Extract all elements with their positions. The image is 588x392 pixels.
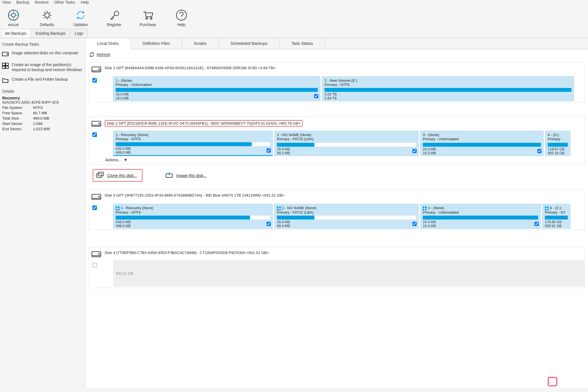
disk-header: Disk 2 GPT [D321B3C8-400E-11EE-9CAC-047C… (89, 118, 584, 130)
toolbar-help[interactable]: Help (170, 9, 193, 27)
disk-title-highlight: Disk 2 GPT [D321B3C8-400E-11EE-9CAC-047C… (105, 120, 303, 127)
clone-disk-action[interactable]: Clone this disk... (93, 169, 143, 182)
refresh-row: Refresh (85, 49, 588, 60)
disk-checkbox[interactable] (92, 78, 97, 101)
partition[interactable]: 2 - New Volume (E:) Primary - NTFS 3.02 … (322, 76, 574, 101)
partition-name: 3 - (None) (423, 206, 538, 210)
partition-checkbox[interactable] (412, 222, 417, 227)
partition-used: 436.0 MB (116, 220, 270, 224)
partition[interactable]: 3 - (None) Primary - Unformatted 16.0 MB… (420, 204, 541, 229)
partition-bar (423, 216, 538, 220)
toolbar-register-label: Register (107, 22, 122, 27)
tab-scripts[interactable]: Scripts (182, 38, 219, 49)
partition[interactable]: 4 - (D:) Primary - 119.97 GB 465.16 GB (545, 131, 570, 156)
sub-tabs: ate Backups Existing Backups Logs (0, 29, 588, 38)
partition-type: Primary - FAT32 (LBA) (277, 210, 416, 214)
menu-other-tasks[interactable]: Other Tasks (54, 0, 75, 4)
details-heading: Details (2, 89, 83, 94)
partition-checkbox[interactable] (412, 149, 417, 154)
disk-icon (2, 50, 9, 58)
partition-checkbox[interactable] (267, 148, 271, 153)
refresh-icon (89, 52, 94, 57)
task-file-folder-backup[interactable]: Create a File and Folder backup (0, 74, 85, 86)
disk-block: Disk 1 GPT [8436A4A4-039B-4166-AFA0-8A5A… (89, 62, 585, 102)
details-startsector: Start Sector:2,048 (2, 122, 83, 126)
svg-point-3 (114, 11, 119, 16)
toolbar-purchase[interactable]: Purchase (137, 9, 159, 27)
disk-checkbox[interactable] (92, 206, 97, 229)
image-icon (165, 171, 173, 179)
disk-checkbox[interactable] (92, 263, 97, 287)
toolbar-register[interactable]: Register (103, 9, 125, 27)
partition-type: Primary - (548, 137, 568, 141)
partition-used: 119.97 GB (548, 147, 568, 151)
subtab-existing-backups[interactable]: Existing Backups (31, 29, 70, 38)
svg-point-6 (176, 10, 186, 20)
tab-scheduled-backups[interactable]: Scheduled Backups (219, 38, 280, 49)
menu-help[interactable]: Help (81, 0, 89, 4)
partition-total: 499.0 MB (116, 224, 270, 228)
partition-total: 3.64 TB (325, 96, 571, 100)
partition-type: Primary - NTFS (325, 83, 571, 87)
disk-checkbox[interactable] (92, 132, 97, 156)
partition-checkbox[interactable] (537, 149, 542, 154)
partition-checkbox[interactable] (535, 222, 539, 227)
task-image-disks[interactable]: Image selected disks on this computer (0, 48, 85, 60)
toolbar-defaults[interactable]: Defaults (36, 9, 58, 27)
details-name: Recovery (2, 96, 83, 100)
rescue-icon (7, 9, 20, 21)
partition[interactable]: 2 - NO NAME (None) Primary - FAT32 (LBA)… (274, 131, 419, 156)
key-icon (108, 9, 120, 21)
disk-title: Disk 3 GPT [3FB77155-2353-4F33-8695-6742… (105, 192, 284, 197)
partition-name: 2 - NO NAME (None) (277, 133, 416, 137)
toolbar-rescue-label: escue (8, 22, 18, 27)
watermark-text: XDA (559, 375, 582, 388)
partition-checkbox[interactable] (314, 94, 318, 99)
watermark: XDA (548, 375, 582, 388)
partition-bar (116, 88, 318, 92)
partition[interactable]: 3 - (None) Primary - Unformatted 16.0 MB… (420, 131, 543, 156)
tab-definition-files[interactable]: Definition Files (131, 38, 182, 49)
disk-icon (91, 193, 102, 202)
details-totalsize: Total Size:499.0 MB (2, 116, 83, 120)
subtab-create-backups[interactable]: ate Backups (0, 29, 31, 38)
partition-bar (116, 216, 270, 220)
refresh-icon (74, 9, 87, 21)
partition[interactable]: 1 - Recovery (None) Primary - NTFS 438.3… (113, 131, 273, 156)
content: Local Disks Definition Files Scripts Sch… (85, 38, 588, 388)
partition[interactable]: 4 - (C:) Primary - NT 176.66 GB 930.91 G… (542, 204, 570, 229)
svg-point-2 (45, 13, 49, 17)
svg-rect-12 (6, 66, 8, 69)
partition[interactable]: 1 - (None) Primary - Unformatted 16.0 MB… (113, 76, 320, 101)
partition[interactable]: 2 - NO NAME (None) Primary - FAT32 (LBA)… (274, 204, 419, 229)
svg-point-1 (11, 13, 15, 17)
actions-dropdown[interactable]: Actions... ▼ (105, 158, 127, 162)
partition-name: 2 - New Volume (E:) (325, 78, 571, 83)
menu-restore[interactable]: Restore (35, 0, 49, 4)
partition-type: Primary - NTFS (116, 137, 270, 141)
refresh-link[interactable]: Refresh (97, 52, 110, 57)
partition[interactable]: 1 - Recovery (None) Primary - NTFS 436.0… (113, 204, 273, 229)
tab-local-disks[interactable]: Local Disks (85, 38, 131, 49)
toolbar-rescue[interactable]: escue (2, 9, 25, 27)
disk-actions: Clone this disk... Image this disk... (89, 167, 585, 184)
menu-view[interactable]: View (2, 0, 11, 4)
partition-used: 26.6 MB (277, 147, 416, 151)
task-image-windows[interactable]: Create an image of the partition(s) requ… (0, 60, 85, 74)
partition-bar (548, 143, 568, 147)
toolbar-updates[interactable]: Updates (69, 9, 92, 27)
partition-name: 1 - (None) (116, 78, 318, 83)
image-disk-action[interactable]: Image this disk... (165, 171, 207, 179)
empty-partition: 931.51 GB (113, 260, 584, 287)
menu-backup[interactable]: Backup (16, 0, 29, 4)
disk-header: Disk 1 GPT [8436A4A4-039B-4166-AFA0-8A5A… (89, 64, 584, 75)
tab-task-status[interactable]: Task Status (280, 38, 325, 49)
subtab-logs[interactable]: Logs (70, 29, 88, 38)
partition-bar (325, 88, 571, 92)
partitions: 1 - Recovery (None) Primary - NTFS 438.3… (113, 131, 584, 156)
partition-type: Primary - Unformatted (116, 83, 318, 87)
partition-checkbox[interactable] (267, 222, 271, 227)
partition-name: 4 - (D:) (548, 133, 568, 137)
partition-type: Primary - FAT32 (LBA) (277, 137, 416, 141)
partition-used: 16.0 MB (423, 220, 538, 224)
